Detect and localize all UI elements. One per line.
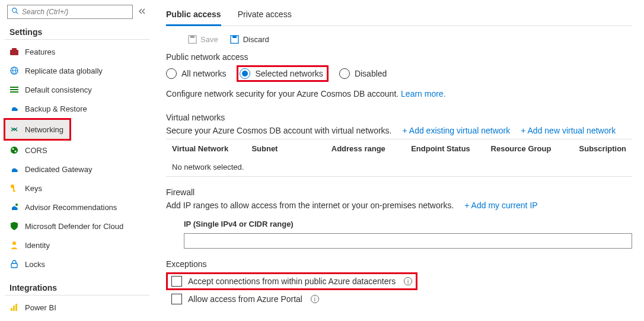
tabs: Public access Private access	[166, 5, 632, 26]
svg-rect-25	[232, 36, 237, 38]
info-icon[interactable]: i	[311, 295, 319, 303]
tab-public-access[interactable]: Public access	[166, 5, 221, 26]
svg-point-0	[12, 8, 17, 12]
sidebar-item-features[interactable]: Features	[5, 42, 154, 61]
sidebar-item-backup[interactable]: Backup & Restore	[5, 99, 154, 118]
backup-icon	[9, 104, 19, 113]
sidebar-item-label: Networking	[25, 125, 63, 134]
section-heading-integrations: Integrations	[5, 279, 149, 295]
gateway-icon	[9, 164, 19, 174]
vnet-table: Virtual Network Subnet Address range End…	[166, 139, 632, 177]
save-button: Save	[187, 34, 218, 44]
svg-line-1	[16, 12, 18, 14]
svg-rect-18	[11, 263, 17, 268]
svg-rect-21	[15, 304, 17, 311]
sidebar-item-gateway[interactable]: Dedicated Gateway	[5, 160, 154, 179]
sidebar-item-locks[interactable]: Locks	[5, 255, 154, 274]
powerbi-icon	[9, 303, 19, 312]
save-label: Save	[200, 35, 218, 44]
cors-icon	[9, 145, 19, 155]
section-exceptions: Exceptions Accept connections from withi…	[166, 259, 632, 307]
consistency-icon	[9, 85, 19, 94]
sidebar-item-consistency[interactable]: Default consistency	[5, 80, 154, 99]
svg-point-11	[12, 148, 14, 150]
sidebar-item-label: CORS	[25, 146, 47, 155]
sidebar-item-powerbi[interactable]: Power BI	[5, 298, 154, 317]
collapse-sidebar-button[interactable]	[136, 5, 148, 19]
firewall-desc: Add IP ranges to allow access from the i…	[166, 201, 454, 210]
vnet-empty: No network selected.	[172, 163, 626, 171]
radio-all-networks[interactable]: All networks	[166, 68, 226, 79]
public-network-hint: Configure network security for your Azur…	[166, 85, 632, 102]
networking-icon	[9, 125, 19, 134]
checkbox-allow-portal[interactable]: Allow access from Azure Portal i	[166, 291, 632, 307]
radio-disabled[interactable]: Disabled	[339, 68, 387, 79]
svg-rect-7	[10, 87, 18, 88]
svg-rect-3	[12, 48, 17, 50]
checkbox-icon	[171, 276, 182, 287]
sidebar-item-networking[interactable]: Networking	[5, 120, 69, 139]
info-icon[interactable]: i	[404, 277, 412, 285]
svg-rect-2	[10, 50, 18, 55]
sidebar-item-label: Backup & Restore	[25, 104, 87, 113]
svg-point-17	[12, 241, 16, 245]
discard-icon	[230, 34, 240, 44]
col-rg: Resource Group	[491, 144, 570, 153]
ip-label: IP (Single IPv4 or CIDR range)	[166, 214, 632, 233]
col-status: Endpoint Status	[411, 144, 490, 153]
svg-rect-9	[10, 91, 18, 93]
ip-input[interactable]	[184, 233, 632, 249]
sidebar-item-label: Default consistency	[25, 85, 92, 94]
radio-selected-networks[interactable]: Selected networks	[240, 68, 323, 79]
discard-button[interactable]: Discard	[230, 34, 269, 44]
sidebar-item-label: Keys	[25, 184, 42, 193]
sidebar-item-label: Features	[25, 47, 55, 56]
sidebar-item-replicate[interactable]: Replicate data globally	[5, 61, 154, 80]
advisor-icon	[9, 202, 19, 212]
section-virtual-networks: Virtual networks Secure your Azure Cosmo…	[166, 113, 632, 177]
section-heading-settings: Settings	[5, 24, 149, 40]
firewall-heading: Firewall	[166, 187, 632, 201]
sidebar-item-defender[interactable]: Microsoft Defender for Cloud	[5, 217, 154, 236]
checkbox-icon	[171, 294, 182, 304]
highlight-selected-networks: Selected networks	[237, 65, 328, 82]
svg-rect-15	[13, 190, 15, 192]
add-my-ip-link[interactable]: + Add my current IP	[464, 201, 537, 210]
tab-private-access[interactable]: Private access	[238, 5, 292, 26]
col-range: Address range	[331, 144, 411, 153]
save-icon	[187, 34, 197, 44]
svg-point-12	[15, 151, 17, 152]
sidebar-item-label: Power BI	[25, 303, 56, 312]
col-vnet: Virtual Network	[172, 144, 251, 153]
learn-more-link[interactable]: Learn more.	[401, 89, 445, 98]
sidebar-item-label: Locks	[25, 260, 45, 269]
add-new-vnet-link[interactable]: + Add new virtual network	[521, 126, 616, 135]
exceptions-heading: Exceptions	[166, 259, 632, 272]
svg-point-10	[11, 147, 18, 154]
checkbox-accept-datacenters[interactable]: Accept connections from within public Az…	[171, 276, 412, 287]
main-content: Public access Private access Save Discar…	[154, 0, 644, 321]
sidebar-item-cors[interactable]: CORS	[5, 141, 154, 160]
add-existing-vnet-link[interactable]: + Add existing virtual network	[403, 126, 511, 135]
public-network-heading: Public network access	[166, 50, 632, 65]
svg-rect-8	[10, 89, 18, 90]
sidebar: Settings Features Replicate data globall…	[0, 0, 154, 321]
sidebar-item-identity[interactable]: Identity	[5, 236, 154, 255]
search-input[interactable]	[22, 8, 129, 16]
sidebar-item-keys[interactable]: Keys	[5, 179, 154, 198]
sidebar-item-advisor[interactable]: Advisor Recommendations	[5, 198, 154, 217]
shield-icon	[9, 221, 19, 231]
features-icon	[9, 47, 19, 56]
vnet-heading: Virtual networks	[166, 113, 632, 126]
vnet-desc: Secure your Azure Cosmos DB account with…	[166, 126, 392, 135]
svg-rect-23	[190, 36, 195, 38]
search-icon	[11, 7, 19, 17]
search-box[interactable]	[7, 5, 133, 19]
svg-rect-20	[13, 306, 15, 311]
toolbar: Save Discard	[166, 26, 632, 50]
col-subnet: Subnet	[251, 144, 331, 153]
sidebar-item-label: Advisor Recommendations	[25, 203, 117, 212]
identity-icon	[9, 240, 19, 250]
discard-label: Discard	[243, 35, 269, 44]
svg-point-16	[15, 204, 18, 206]
